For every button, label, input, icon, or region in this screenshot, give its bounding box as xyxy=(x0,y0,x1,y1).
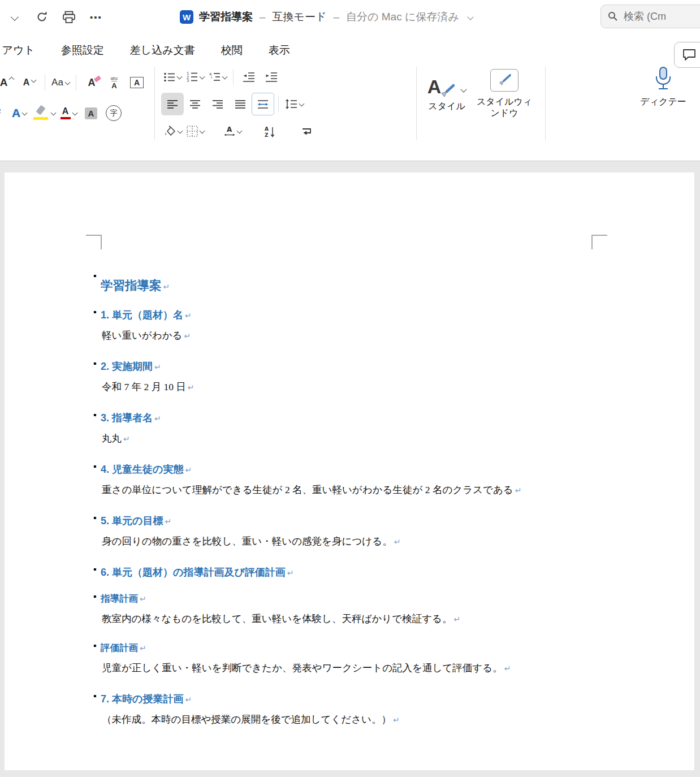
style-pane-button[interactable]: スタイルウィンドウ xyxy=(474,61,535,146)
tab-mailings[interactable]: 差し込み文書 xyxy=(130,43,195,58)
search-box[interactable] xyxy=(600,5,700,28)
doc-section: ▪5. 単元の目標↵ 身の回りの物の重さを比較し、重い・軽いの感覚を身につける。… xyxy=(101,514,612,551)
align-center-icon xyxy=(189,100,201,109)
heading-text: 1. 単元（題材）名 xyxy=(101,309,183,321)
section-heading[interactable]: ▪指導計画↵ xyxy=(101,593,612,605)
sort-button[interactable]: AZ xyxy=(258,120,281,143)
line-spacing-button[interactable] xyxy=(283,93,305,115)
increase-indent-button[interactable] xyxy=(260,66,283,88)
doc-section: ▪3. 指導者名↵ 丸丸↵ xyxy=(101,411,612,448)
bullet-list-button[interactable] xyxy=(161,66,184,88)
section-heading[interactable]: ▪6. 単元（題材）の指導計画及び評価計画↵ xyxy=(101,566,612,579)
comment-bubble-icon xyxy=(682,48,697,62)
paragraph-mark-icon: ↵ xyxy=(154,362,161,372)
multilevel-list-button[interactable]: ai xyxy=(206,66,229,88)
paragraph-mark-icon: ↵ xyxy=(287,568,294,577)
paragraph-mark-icon: ↵ xyxy=(163,282,170,291)
change-case-button[interactable]: Aa xyxy=(49,71,72,94)
doc-section: ▪2. 実施期間↵ 令和 7 年 2 月 10 日↵ xyxy=(101,360,612,396)
doc-section: ▪1. 単元（題材）名↵ 軽い重いがわかる↵ xyxy=(101,308,612,345)
align-center-button[interactable] xyxy=(184,93,206,115)
decrease-indent-button[interactable] xyxy=(237,66,260,88)
heading-square-mark: ▪ xyxy=(93,643,96,648)
tab-view[interactable]: 表示 xyxy=(269,43,290,58)
section-body[interactable]: 身の回りの物の重さを比較し、重い・軽いの感覚を身につける。↵ xyxy=(102,532,612,551)
align-right-button[interactable] xyxy=(206,93,229,115)
style-pane-icon xyxy=(490,69,518,92)
body-text: 軽い重いがわかる xyxy=(102,330,182,341)
chevron-down-icon[interactable] xyxy=(8,8,21,25)
paragraph-mark-icon: ↵ xyxy=(185,311,192,320)
crop-mark-top-right xyxy=(591,235,607,249)
clear-formatting-button[interactable]: A xyxy=(80,71,103,94)
styles-button[interactable]: A スタイル xyxy=(420,61,474,146)
section-body[interactable]: （未作成。本時の目標や授業の展開を後で追加してください。）↵ xyxy=(102,710,612,729)
dictation-button[interactable]: ディクテー xyxy=(626,61,700,146)
superscript-button[interactable]: x² xyxy=(0,102,8,124)
paragraph-direction-icon xyxy=(301,127,313,136)
shrink-font-glyph: A xyxy=(23,77,30,88)
section-heading[interactable]: ▪1. 単元（題材）名↵ xyxy=(101,308,612,322)
section-heading[interactable]: ▪2. 実施期間↵ xyxy=(101,360,612,373)
grow-font-button[interactable]: A xyxy=(0,71,18,94)
justify-icon xyxy=(235,100,246,109)
section-heading[interactable]: ▪7. 本時の授業計画↵ xyxy=(101,692,612,706)
body-text: 身の回りの物の重さを比較し、重い・軽いの感覚を身につける。 xyxy=(102,536,392,547)
section-heading[interactable]: ▪3. 指導者名↵ xyxy=(101,411,612,425)
section-body[interactable]: 丸丸↵ xyxy=(102,429,612,448)
highlight-button[interactable] xyxy=(31,102,57,124)
microphone-icon xyxy=(654,66,673,92)
section-body[interactable]: 軽い重いがわかる↵ xyxy=(102,326,612,345)
section-body[interactable]: 教室内の様々なものを比較して、重い軽いを体験し、天秤ばかりで検証する。↵ xyxy=(102,610,612,628)
decrease-indent-icon xyxy=(243,72,255,83)
title-separator: – xyxy=(333,11,339,23)
title-chevron-down-icon[interactable] xyxy=(467,14,473,20)
document-title: 学習指導案 xyxy=(199,10,253,24)
ribbon: イアウト 参照設定 差し込み文書 校閲 表示 A A Aa A abc A xyxy=(0,34,700,161)
document-page[interactable]: ▪学習指導案↵ ▪1. 単元（題材）名↵ 軽い重いがわかる↵ ▪2. 実施期間↵… xyxy=(5,172,694,770)
tab-layout[interactable]: イアウト xyxy=(0,43,35,58)
phonetic-guide-button[interactable]: abc A xyxy=(103,71,126,94)
redo-icon[interactable] xyxy=(35,8,49,25)
enclose-characters-button[interactable]: 字 xyxy=(102,102,125,124)
heading-text: 指導計画 xyxy=(101,593,138,603)
show-paragraph-marks-button[interactable] xyxy=(296,120,318,143)
character-border-button[interactable]: A xyxy=(126,71,148,94)
heading-square-mark: ▪ xyxy=(93,693,96,698)
paragraph-group: 123 ai xyxy=(158,61,413,146)
shrink-font-button[interactable]: A xyxy=(18,71,41,94)
tab-review[interactable]: 校閲 xyxy=(221,43,243,58)
ruby-icon: abc A xyxy=(111,76,118,89)
distribute-text-button[interactable] xyxy=(252,93,274,115)
numbered-list-button[interactable]: 123 xyxy=(184,66,206,88)
print-icon[interactable] xyxy=(62,8,76,25)
tab-references[interactable]: 参照設定 xyxy=(61,43,104,58)
section-body[interactable]: 児童が正しく重い・軽いを判断できたか、発表やワークシートの記入を通して評価する。… xyxy=(102,659,612,677)
section-heading[interactable]: ▪評価計画↵ xyxy=(101,642,612,654)
compatibility-mode-label: 互換モード xyxy=(273,10,327,24)
heading-square-mark: ▪ xyxy=(93,361,96,366)
svg-text:3: 3 xyxy=(187,79,189,83)
borders-button[interactable] xyxy=(184,120,206,143)
justify-button[interactable] xyxy=(229,93,252,115)
section-heading[interactable]: ▪5. 単元の目標↵ xyxy=(101,514,612,528)
text-effects-button[interactable]: A xyxy=(8,102,31,124)
scale-text-button[interactable]: A xyxy=(221,120,244,143)
character-shading-button[interactable]: A xyxy=(80,102,102,124)
section-body[interactable]: 重さの単位について理解ができる生徒が 2 名、重い軽いがわかる生徒が 2 名のク… xyxy=(102,481,612,499)
more-options-button[interactable]: ••• xyxy=(89,8,103,25)
shading-bucket-button[interactable] xyxy=(161,120,184,143)
doc-title[interactable]: ▪学習指導案↵ xyxy=(101,277,612,293)
comments-button[interactable] xyxy=(674,42,700,68)
align-left-button[interactable] xyxy=(161,93,184,115)
font-color-button[interactable]: A xyxy=(57,102,80,124)
section-heading[interactable]: ▪4. 児童生徒の実態↵ xyxy=(101,463,612,476)
paragraph-mark-icon: ↵ xyxy=(140,594,146,603)
search-input[interactable] xyxy=(623,10,693,23)
svg-text:A: A xyxy=(265,126,269,132)
paragraph-mark-icon: ↵ xyxy=(393,715,400,724)
section-body[interactable]: 令和 7 年 2 月 10 日↵ xyxy=(102,378,612,396)
line-spacing-icon xyxy=(285,99,297,109)
heading-square-mark: ▪ xyxy=(93,594,96,599)
font-group: A A Aa A abc A A x² A xyxy=(0,61,152,146)
